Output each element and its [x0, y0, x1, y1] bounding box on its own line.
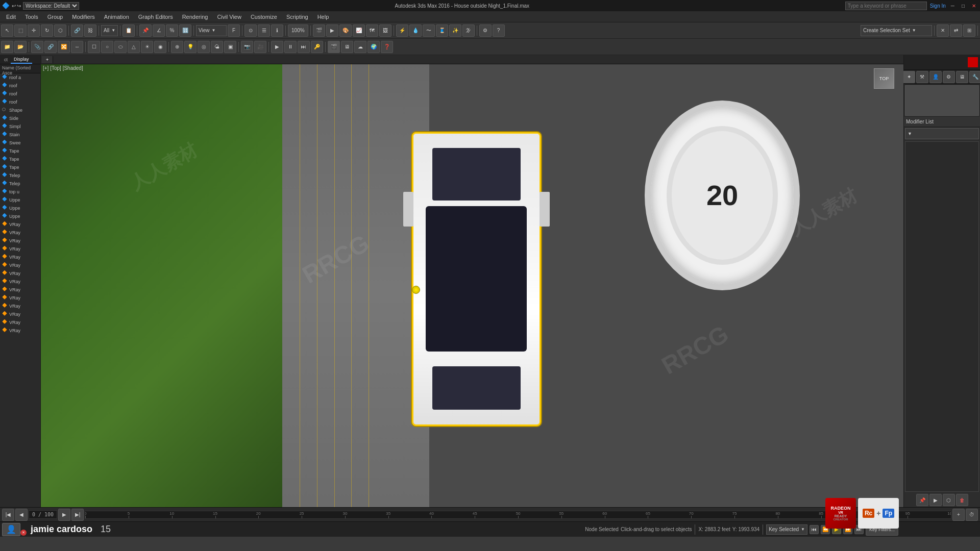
- scene-item[interactable]: 🔷Uppe: [0, 204, 40, 212]
- scene-item[interactable]: 🔷Tape: [0, 163, 40, 171]
- tb2-target-icon[interactable]: ⊕: [171, 41, 183, 53]
- tb2-camera-icon[interactable]: 📷: [241, 41, 253, 53]
- tb-help-icon[interactable]: ?: [493, 24, 505, 37]
- tb-percent-snap-icon[interactable]: %: [166, 24, 178, 37]
- timeline-add-keys-icon[interactable]: +: [952, 509, 965, 521]
- select-filter-dropdown[interactable]: All▼: [101, 25, 118, 36]
- menu-civil-view[interactable]: Civil View: [213, 13, 245, 21]
- scene-item[interactable]: 🔷roof: [0, 98, 40, 106]
- rp-remove-mod-icon[interactable]: 🗑: [956, 494, 968, 506]
- menu-tools[interactable]: Tools: [21, 13, 42, 21]
- tb-isolate-icon[interactable]: ⊙: [244, 24, 257, 37]
- timeline-next-key-icon[interactable]: ▶: [58, 509, 70, 521]
- tb-render-icon[interactable]: ▶: [326, 24, 338, 37]
- viewport-tab-main[interactable]: +: [42, 56, 53, 63]
- rp-motion-icon[interactable]: ⚙: [943, 71, 955, 83]
- scene-item[interactable]: 🔶VRay: [0, 253, 40, 261]
- tb-schematic-icon[interactable]: 🗺: [366, 24, 378, 37]
- rp-pin-stack-icon[interactable]: 📌: [916, 494, 928, 506]
- minimize-icon[interactable]: ─: [949, 3, 957, 9]
- tb2-stop-icon[interactable]: ⏸: [284, 41, 297, 53]
- nav-cube-box[interactable]: TOP: [874, 68, 894, 89]
- tb-fluid-icon[interactable]: 💧: [409, 24, 422, 37]
- scene-item[interactable]: ⬡Shape: [0, 106, 40, 114]
- avatar-close-icon[interactable]: ✕: [20, 530, 27, 536]
- view-dropdown[interactable]: View▼: [196, 25, 227, 36]
- timeline-time-config-icon[interactable]: ⏱: [966, 509, 978, 521]
- tb2-scene-explorer-icon[interactable]: 📁: [1, 41, 13, 53]
- tb2-activeshade-icon[interactable]: ☁: [354, 41, 366, 53]
- tb-scale-icon[interactable]: ⬡: [54, 24, 66, 37]
- scene-item[interactable]: 🔶VRay: [0, 269, 40, 278]
- tb2-sun-icon[interactable]: ☀: [141, 41, 153, 53]
- tb-material-editor-icon[interactable]: 🎨: [339, 24, 352, 37]
- scene-item[interactable]: 🔶VRay: [0, 237, 40, 245]
- rp-make-unique-icon[interactable]: ⬡: [943, 494, 955, 506]
- scene-item[interactable]: 🔶VRay: [0, 286, 40, 294]
- tb-render-setup-icon[interactable]: 🎬: [313, 24, 325, 37]
- tb2-play-icon[interactable]: ▶: [271, 41, 283, 53]
- scene-item[interactable]: 🔷roof: [0, 82, 40, 90]
- tb-x-form-icon[interactable]: ✕: [937, 24, 949, 37]
- tb-settings2-icon[interactable]: ⚙: [479, 24, 492, 37]
- tb2-reference-icon[interactable]: 📎: [31, 41, 43, 53]
- tb2-replace-icon[interactable]: ↔: [71, 41, 83, 53]
- menu-group[interactable]: Group: [43, 13, 67, 21]
- workspace-dropdown[interactable]: Workspace: Default: [23, 2, 79, 10]
- timeline-prev-key-icon[interactable]: ◀: [15, 509, 28, 521]
- tb-cloth-icon[interactable]: 🧵: [436, 24, 448, 37]
- menu-edit[interactable]: Edit: [2, 13, 20, 21]
- tb-effects-icon[interactable]: ✨: [449, 24, 461, 37]
- rp-modify-icon[interactable]: ⚒: [916, 71, 928, 83]
- rp-display-icon[interactable]: 🖥: [956, 71, 968, 83]
- tb-atmosphere-icon[interactable]: 🌫: [462, 24, 475, 37]
- close-icon[interactable]: ✕: [970, 3, 978, 9]
- tb-zoom-percent[interactable]: 100%: [288, 24, 308, 37]
- tb-layer-icon[interactable]: ☰: [258, 24, 270, 37]
- tb-3d-snap-icon[interactable]: 📌: [139, 24, 152, 37]
- tb-mass-fx-icon[interactable]: ⚡: [396, 24, 408, 37]
- timeline-prev-icon[interactable]: |◀: [2, 509, 14, 521]
- tb2-env-icon[interactable]: 🌍: [368, 41, 380, 53]
- scene-item[interactable]: 🔶VRay: [0, 261, 40, 269]
- tb-named-selection-icon[interactable]: 📋: [122, 24, 135, 37]
- scene-item[interactable]: 🔷Swee: [0, 139, 40, 147]
- timeline-track[interactable]: 0510152025303540455055606570758085909510…: [85, 511, 951, 519]
- rp-utilities-icon[interactable]: 🔧: [969, 71, 981, 83]
- scene-item[interactable]: 🔶VRay: [0, 302, 40, 310]
- scene-item[interactable]: 🔷Uppe: [0, 196, 40, 204]
- menu-graph-editors[interactable]: Graph Editors: [134, 13, 177, 21]
- tb-color-clip-icon[interactable]: 🖼: [379, 24, 391, 37]
- tb2-skylight-icon[interactable]: 🌤: [211, 41, 223, 53]
- scene-item[interactable]: 🔶VRay: [0, 278, 40, 286]
- tb-properties-icon[interactable]: ℹ: [271, 24, 283, 37]
- key-filter-dropdown[interactable]: Key Selected▼: [766, 524, 807, 535]
- tb-unlink-icon[interactable]: ⛓: [84, 24, 96, 37]
- tb2-next-icon[interactable]: ⏭: [298, 41, 310, 53]
- tb2-target-cam-icon[interactable]: 🎥: [254, 41, 266, 53]
- tb2-omni-icon[interactable]: ◎: [198, 41, 210, 53]
- tb2-render-btn[interactable]: 🎬: [328, 41, 340, 53]
- play-prev-frame-icon[interactable]: ⏮: [810, 525, 819, 534]
- scene-item[interactable]: 🔶VRay: [0, 327, 40, 335]
- tb-move-icon[interactable]: ✛: [28, 24, 40, 37]
- sign-in-link[interactable]: Sign In: [930, 3, 946, 9]
- scene-item[interactable]: 🔷roof a: [0, 73, 40, 82]
- maximize-icon[interactable]: □: [960, 3, 967, 9]
- scene-item[interactable]: 🔷Uppe: [0, 212, 40, 220]
- menu-modifiers[interactable]: Modifiers: [68, 13, 99, 21]
- scene-item[interactable]: 🔷roof: [0, 90, 40, 98]
- tb-select-icon[interactable]: ↖: [1, 24, 13, 37]
- scene-item[interactable]: 🔷Telep: [0, 180, 40, 188]
- avatar-close-btn[interactable]: ✕: [20, 530, 27, 536]
- tb2-key-icon[interactable]: 🔑: [311, 41, 323, 53]
- menu-animation[interactable]: Animation: [100, 13, 133, 21]
- scene-item[interactable]: 🔷Side: [0, 114, 40, 122]
- tb-curve-editor-icon[interactable]: 📈: [353, 24, 365, 37]
- menu-customize[interactable]: Customize: [247, 13, 281, 21]
- rp-create-icon[interactable]: ✦: [903, 71, 915, 83]
- color-swatch[interactable]: [968, 57, 978, 67]
- menu-help[interactable]: Help: [313, 13, 333, 21]
- tb2-xref-icon[interactable]: 🔗: [44, 41, 57, 53]
- scene-item[interactable]: 🔷Tape: [0, 155, 40, 163]
